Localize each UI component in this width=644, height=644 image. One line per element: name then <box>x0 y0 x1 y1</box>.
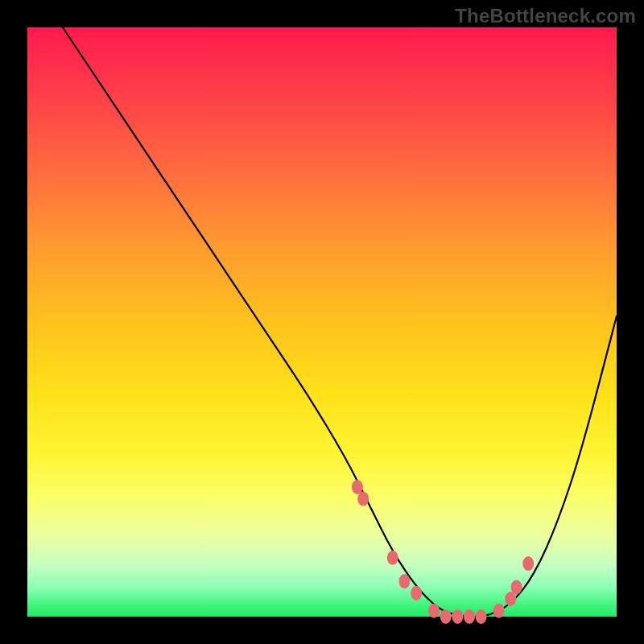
marker-dot <box>428 604 440 618</box>
highlight-markers <box>352 480 534 624</box>
marker-dot <box>464 609 475 624</box>
marker-dot <box>440 609 452 624</box>
plot-area <box>27 27 617 617</box>
marker-dot <box>476 609 487 624</box>
marker-dot <box>452 609 463 624</box>
bottleneck-curve <box>63 27 617 617</box>
chart-frame: TheBottleneck.com <box>0 0 644 644</box>
marker-dot <box>387 551 398 565</box>
marker-dot <box>522 556 534 571</box>
marker-dot <box>511 580 522 594</box>
curve-layer <box>27 27 617 617</box>
marker-dot <box>411 586 422 601</box>
marker-dot <box>493 604 505 618</box>
marker-dot <box>357 492 369 506</box>
marker-dot <box>399 574 411 588</box>
watermark-text: TheBottleneck.com <box>455 5 636 27</box>
